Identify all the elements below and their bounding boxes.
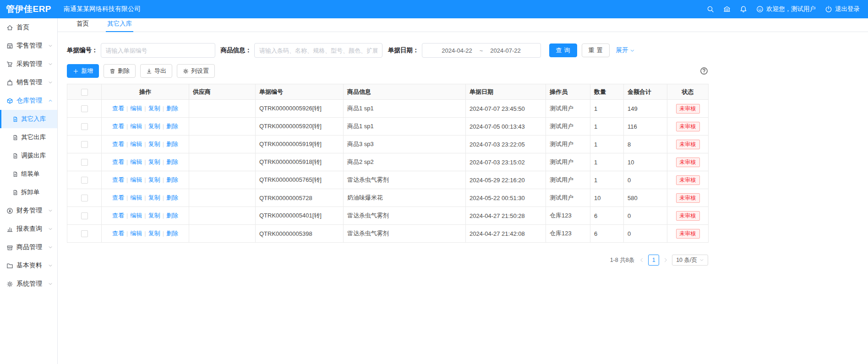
table-row: 查看|编辑|复制|删除QTRK00000005920[转]商品1 sp12024… [67, 118, 709, 136]
welcome-user[interactable]: 欢迎您，测试用户 [756, 5, 816, 13]
copy-link[interactable]: 复制 [148, 176, 160, 183]
sidebar-item-other-inbound[interactable]: 其它入库 [0, 110, 57, 128]
cell-amount: 0 [624, 171, 667, 189]
prev-page-button[interactable] [639, 257, 644, 263]
table-row: 查看|编辑|复制|删除QTRK00000005765[转]雷达杀虫气雾剂2024… [67, 171, 709, 189]
view-link[interactable]: 查看 [112, 194, 124, 201]
row-checkbox[interactable] [81, 177, 88, 184]
bell-icon[interactable] [740, 5, 747, 13]
sidebar-item-base-data[interactable]: 基本资料 [0, 256, 57, 275]
delete-link[interactable]: 删除 [166, 123, 178, 130]
row-checkbox[interactable] [81, 230, 88, 237]
sidebar-item-retail[interactable]: 零售管理 [0, 37, 57, 55]
select-all-checkbox[interactable] [81, 89, 88, 96]
search-button[interactable]: 查询 [549, 43, 577, 57]
date-range-picker[interactable]: 2024-04-22 ~ 2024-07-22 [422, 43, 541, 58]
shop-icon [6, 43, 13, 49]
edit-link[interactable]: 编辑 [130, 105, 142, 112]
table-row: 查看|编辑|复制|删除QTRK00000005918[转]商品2 sp22024… [67, 153, 709, 171]
copy-link[interactable]: 复制 [148, 158, 160, 165]
sidebar-item-transfer-outbound[interactable]: 调拨出库 [0, 147, 57, 165]
sidebar-item-products[interactable]: 商品管理 [0, 238, 57, 256]
sidebar-item-home[interactable]: 首页 [0, 18, 57, 37]
delete-link[interactable]: 删除 [166, 230, 178, 237]
doc-icon [12, 135, 18, 141]
edit-link[interactable]: 编辑 [130, 158, 142, 165]
date-start-value[interactable]: 2024-04-22 [442, 47, 472, 54]
edit-link[interactable]: 编辑 [130, 141, 142, 147]
tab-home[interactable]: 首页 [75, 20, 90, 32]
page-size-select[interactable]: 10 条/页 [672, 255, 708, 266]
copy-link[interactable]: 复制 [148, 212, 160, 219]
bank-icon[interactable] [723, 5, 731, 13]
sidebar-item-label: 仓库管理 [16, 97, 42, 105]
action-separator: | [144, 194, 146, 201]
row-checkbox[interactable] [81, 212, 88, 219]
view-link[interactable]: 查看 [112, 123, 124, 130]
sidebar-item-warehouse[interactable]: 仓库管理 [0, 92, 57, 110]
sidebar-item-disassembly-bill[interactable]: 拆卸单 [0, 183, 57, 201]
delete-link[interactable]: 删除 [166, 194, 178, 201]
edit-link[interactable]: 编辑 [130, 230, 142, 237]
expand-link-label: 展开 [616, 46, 628, 54]
copy-link[interactable]: 复制 [148, 105, 160, 112]
delete-link[interactable]: 删除 [166, 141, 178, 147]
sidebar-item-system[interactable]: 系统管理 [0, 275, 57, 293]
row-checkbox[interactable] [81, 123, 88, 130]
delete-link[interactable]: 删除 [166, 105, 178, 112]
delete-link[interactable]: 删除 [166, 212, 178, 219]
money-icon [6, 207, 13, 214]
cell-supplier [189, 225, 256, 243]
row-checkbox[interactable] [81, 141, 88, 148]
view-link[interactable]: 查看 [112, 176, 124, 183]
sidebar-item-assembly-bill[interactable]: 组装单 [0, 165, 57, 183]
copy-link[interactable]: 复制 [148, 194, 160, 201]
help-icon[interactable] [700, 67, 708, 75]
column-settings-button[interactable]: 列设置 [177, 64, 215, 78]
edit-link[interactable]: 编辑 [130, 212, 142, 219]
view-link[interactable]: 查看 [112, 141, 124, 147]
expand-link[interactable]: 展开 [616, 46, 635, 54]
view-link[interactable]: 查看 [112, 105, 124, 112]
logout-button[interactable]: 退出登录 [825, 5, 860, 13]
delete-link[interactable]: 删除 [166, 176, 178, 183]
edit-link[interactable]: 编辑 [130, 123, 142, 130]
export-button[interactable]: 导出 [140, 64, 172, 78]
copy-link[interactable]: 复制 [148, 230, 160, 237]
view-link[interactable]: 查看 [112, 212, 124, 219]
current-page[interactable]: 1 [648, 255, 659, 266]
view-link[interactable]: 查看 [112, 158, 124, 165]
bill-no-input[interactable] [101, 43, 215, 58]
sidebar-item-sales[interactable]: 销售管理 [0, 73, 57, 92]
sidebar-item-other-outbound[interactable]: 其它出库 [0, 128, 57, 147]
view-link[interactable]: 查看 [112, 230, 124, 237]
copy-link[interactable]: 复制 [148, 123, 160, 130]
sidebar-item-finance[interactable]: 财务管理 [0, 201, 57, 220]
cell-product-info: 奶油味爆米花 [344, 189, 466, 207]
copy-link[interactable]: 复制 [148, 141, 160, 147]
search-icon[interactable] [707, 5, 714, 13]
next-page-button[interactable] [663, 257, 668, 263]
row-checkbox[interactable] [81, 159, 88, 166]
delete-link[interactable]: 删除 [166, 158, 178, 165]
edit-link[interactable]: 编辑 [130, 176, 142, 183]
sidebar-item-purchase[interactable]: 采购管理 [0, 55, 57, 73]
plus-icon [73, 68, 79, 74]
row-checkbox[interactable] [81, 195, 88, 201]
sidebar-item-reports[interactable]: 报表查询 [0, 220, 57, 238]
tab-label: 其它入库 [107, 20, 132, 27]
product-info-input[interactable] [254, 43, 382, 58]
sidebar-menu: 首页零售管理采购管理销售管理仓库管理其它入库其它出库调拨出库组装单拆卸单财务管理… [0, 18, 57, 293]
row-checkbox[interactable] [81, 105, 88, 112]
action-separator: | [144, 105, 146, 112]
tab-other-inbound[interactable]: 其它入库 [106, 20, 133, 32]
delete-button[interactable]: 删除 [104, 64, 136, 78]
action-separator: | [126, 105, 128, 112]
date-end-value[interactable]: 2024-07-22 [490, 47, 521, 54]
cell-quantity: 1 [590, 136, 624, 153]
reset-button[interactable]: 重置 [582, 43, 610, 57]
cell-quantity: 6 [590, 207, 624, 225]
action-separator: | [126, 194, 128, 201]
add-button[interactable]: 新增 [67, 64, 99, 78]
edit-link[interactable]: 编辑 [130, 194, 142, 201]
